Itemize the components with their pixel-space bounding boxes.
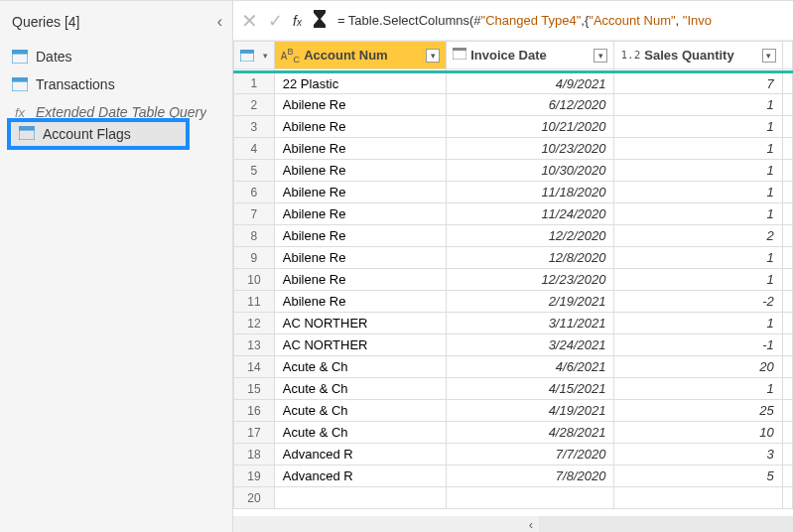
query-item-dates[interactable]: Dates bbox=[0, 43, 232, 70]
table-row[interactable]: 7Abilene Re11/24/20201 bbox=[234, 203, 793, 225]
cell-sales-quantity[interactable]: 1 bbox=[614, 313, 782, 334]
cell-sales-quantity[interactable] bbox=[614, 487, 782, 509]
cell-account-num[interactable]: Abilene Re bbox=[274, 94, 446, 116]
table-row[interactable]: 122 Plastic4/9/20217 bbox=[234, 72, 793, 94]
cell-invoice-date[interactable]: 4/9/2021 bbox=[447, 72, 614, 94]
cell-account-num[interactable] bbox=[274, 487, 446, 509]
cell-account-num[interactable]: Abilene Re bbox=[274, 269, 446, 291]
cell-sales-quantity[interactable]: 1 bbox=[614, 138, 782, 160]
collapse-sidebar-icon[interactable]: ‹ bbox=[217, 13, 222, 31]
cell-sales-quantity[interactable]: -2 bbox=[614, 291, 782, 313]
table-row[interactable]: 11Abilene Re2/19/2021-2 bbox=[234, 291, 793, 313]
cell-sales-quantity[interactable]: 1 bbox=[614, 247, 782, 269]
scroll-track[interactable] bbox=[539, 516, 793, 532]
cell-account-num[interactable]: AC NORTHER bbox=[274, 334, 446, 356]
cell-account-num[interactable]: Abilene Re bbox=[274, 116, 446, 138]
cell-invoice-date[interactable]: 7/8/2020 bbox=[447, 466, 614, 487]
cell-cut bbox=[782, 72, 792, 94]
table-row[interactable]: 4Abilene Re10/23/20201 bbox=[234, 138, 793, 160]
cell-invoice-date[interactable]: 2/19/2021 bbox=[447, 291, 614, 313]
rownum-header[interactable]: ▾ bbox=[234, 42, 275, 69]
table-row[interactable]: 10Abilene Re12/23/20201 bbox=[234, 269, 793, 291]
cell-invoice-date[interactable]: 4/6/2021 bbox=[447, 356, 614, 378]
cell-sales-quantity[interactable]: 20 bbox=[614, 356, 782, 378]
cell-invoice-date[interactable]: 10/30/2020 bbox=[447, 160, 614, 182]
cell-account-num[interactable]: Abilene Re bbox=[274, 247, 446, 269]
table-row[interactable]: 15Acute & Ch4/15/20211 bbox=[234, 378, 793, 400]
cell-invoice-date[interactable]: 4/19/2021 bbox=[447, 400, 614, 422]
cell-invoice-date[interactable]: 11/24/2020 bbox=[447, 203, 614, 225]
table-row[interactable]: 20 bbox=[234, 487, 793, 509]
column-header-account-num[interactable]: ABC Account Num ▾ bbox=[274, 42, 446, 69]
cell-sales-quantity[interactable]: 3 bbox=[614, 444, 782, 466]
commit-icon[interactable]: ✓ bbox=[268, 10, 283, 32]
cell-account-num[interactable]: Acute & Ch bbox=[274, 422, 446, 444]
cell-sales-quantity[interactable]: 5 bbox=[614, 466, 782, 487]
cell-sales-quantity[interactable]: 1 bbox=[614, 203, 782, 225]
cell-invoice-date[interactable]: 4/15/2021 bbox=[447, 378, 614, 400]
cell-sales-quantity[interactable]: 10 bbox=[614, 422, 782, 444]
cell-sales-quantity[interactable]: 1 bbox=[614, 269, 782, 291]
table-row[interactable]: 16Acute & Ch4/19/202125 bbox=[234, 400, 793, 422]
query-label: Dates bbox=[36, 49, 72, 65]
column-header-sales-quantity[interactable]: 1.2 Sales Quantity ▾ bbox=[614, 42, 782, 69]
cell-sales-quantity[interactable]: 1 bbox=[614, 378, 782, 400]
cell-invoice-date[interactable]: 4/28/2021 bbox=[447, 422, 614, 444]
data-grid[interactable]: ▾ ABC Account Num ▾ In bbox=[233, 41, 793, 532]
table-row[interactable]: 17Acute & Ch4/28/202110 bbox=[234, 422, 793, 444]
cancel-icon[interactable]: ✕ bbox=[241, 9, 258, 33]
cell-invoice-date[interactable]: 7/7/2020 bbox=[447, 444, 614, 466]
filter-dropdown-icon[interactable]: ▾ bbox=[426, 49, 440, 63]
table-row[interactable]: 6Abilene Re11/18/20201 bbox=[234, 182, 793, 203]
cell-invoice-date[interactable] bbox=[447, 487, 614, 509]
cell-account-num[interactable]: Acute & Ch bbox=[274, 400, 446, 422]
table-row[interactable]: 13AC NORTHER3/24/2021-1 bbox=[234, 334, 793, 356]
cell-sales-quantity[interactable]: -1 bbox=[614, 334, 782, 356]
cell-account-num[interactable]: AC NORTHER bbox=[274, 313, 446, 334]
table-row[interactable]: 12AC NORTHER3/11/20211 bbox=[234, 313, 793, 334]
filter-dropdown-icon[interactable]: ▾ bbox=[594, 49, 607, 63]
table-row[interactable]: 2Abilene Re6/12/20201 bbox=[234, 94, 793, 116]
cell-invoice-date[interactable]: 12/23/2020 bbox=[447, 269, 614, 291]
cell-sales-quantity[interactable]: 25 bbox=[614, 400, 782, 422]
horizontal-scrollbar[interactable]: ‹ bbox=[233, 516, 793, 532]
cell-invoice-date[interactable]: 10/21/2020 bbox=[447, 116, 614, 138]
cell-sales-quantity[interactable]: 1 bbox=[614, 160, 782, 182]
cell-sales-quantity[interactable]: 7 bbox=[614, 72, 782, 94]
cell-account-num[interactable]: Acute & Ch bbox=[274, 356, 446, 378]
table-row[interactable]: 3Abilene Re10/21/20201 bbox=[234, 116, 793, 138]
table-row[interactable]: 14Acute & Ch4/6/202120 bbox=[234, 356, 793, 378]
cell-account-num[interactable]: 22 Plastic bbox=[274, 72, 446, 94]
cell-account-num[interactable]: Abilene Re bbox=[274, 291, 446, 313]
table-row[interactable]: 8Abilene Re12/2/20202 bbox=[234, 225, 793, 247]
cell-invoice-date[interactable]: 11/18/2020 bbox=[447, 182, 614, 203]
cell-account-num[interactable]: Acute & Ch bbox=[274, 378, 446, 400]
cell-account-num[interactable]: Abilene Re bbox=[274, 182, 446, 203]
cell-invoice-date[interactable]: 6/12/2020 bbox=[447, 94, 614, 116]
cell-account-num[interactable]: Advanced R bbox=[274, 444, 446, 466]
table-row[interactable]: 9Abilene Re12/8/20201 bbox=[234, 247, 793, 269]
table-row[interactable]: 19Advanced R7/8/20205 bbox=[234, 466, 793, 487]
cell-account-num[interactable]: Abilene Re bbox=[274, 203, 446, 225]
scroll-left-icon[interactable]: ‹ bbox=[523, 516, 539, 532]
cell-invoice-date[interactable]: 3/11/2021 bbox=[447, 313, 614, 334]
cell-invoice-date[interactable]: 12/8/2020 bbox=[447, 247, 614, 269]
filter-dropdown-icon[interactable]: ▾ bbox=[762, 49, 776, 63]
cell-account-num[interactable]: Abilene Re bbox=[274, 225, 446, 247]
column-header-invoice-date[interactable]: Invoice Date ▾ bbox=[447, 42, 614, 69]
table-row[interactable]: 18Advanced R7/7/20203 bbox=[234, 444, 793, 466]
query-item-account-flags[interactable]: Account Flags bbox=[7, 118, 190, 150]
query-item-transactions[interactable]: Transactions bbox=[0, 70, 232, 98]
cell-sales-quantity[interactable]: 2 bbox=[614, 225, 782, 247]
cell-invoice-date[interactable]: 10/23/2020 bbox=[447, 138, 614, 160]
cell-invoice-date[interactable]: 12/2/2020 bbox=[447, 225, 614, 247]
cell-sales-quantity[interactable]: 1 bbox=[614, 116, 782, 138]
cell-sales-quantity[interactable]: 1 bbox=[614, 94, 782, 116]
cell-sales-quantity[interactable]: 1 bbox=[614, 182, 782, 203]
cell-invoice-date[interactable]: 3/24/2021 bbox=[447, 334, 614, 356]
formula-text[interactable]: = Table.SelectColumns(#"Changed Type4",{… bbox=[337, 13, 785, 28]
cell-account-num[interactable]: Abilene Re bbox=[274, 160, 446, 182]
table-row[interactable]: 5Abilene Re10/30/20201 bbox=[234, 160, 793, 182]
cell-account-num[interactable]: Advanced R bbox=[274, 466, 446, 487]
cell-account-num[interactable]: Abilene Re bbox=[274, 138, 446, 160]
